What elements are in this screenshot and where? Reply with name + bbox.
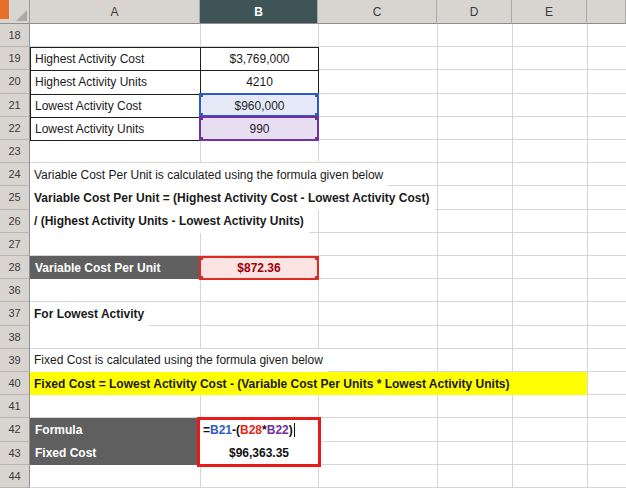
cell-b22-value[interactable]: 990 <box>201 118 319 141</box>
row-header-44[interactable]: 44 <box>0 465 30 488</box>
cell-a19-label[interactable]: Highest Activity Cost <box>31 48 201 71</box>
cell-b42-formula-input[interactable]: = B21 -( B28 * B22 ) <box>200 418 318 441</box>
cell-b21-value[interactable]: $960,000 <box>201 95 319 118</box>
formula-segment: -( <box>232 423 240 437</box>
cell-a28-label[interactable]: Variable Cost Per Unit <box>30 256 200 279</box>
text-cursor <box>294 423 295 437</box>
sheet-row-36 <box>30 279 626 302</box>
sheet-row-18 <box>30 24 626 47</box>
column-header-b[interactable]: B <box>200 0 318 24</box>
sheet-row-39: Fixed Cost is calculated using the formu… <box>30 349 626 372</box>
row-header-24[interactable]: 24 <box>0 163 30 186</box>
row-header-39[interactable]: 39 <box>0 349 30 372</box>
sheet-row-38 <box>30 326 626 349</box>
sheet-row-28: Variable Cost Per Unit $872.36 <box>30 256 626 279</box>
column-header-f[interactable] <box>587 0 626 24</box>
row-header-23[interactable]: 23 <box>0 140 30 163</box>
column-header-e[interactable]: E <box>512 0 587 24</box>
sheet-row-41 <box>30 395 626 418</box>
cell-b28-variable-cost[interactable]: $872.36 <box>200 256 318 279</box>
row-header-21[interactable]: 21 <box>0 94 30 117</box>
row-header-43[interactable]: 43 <box>0 442 30 465</box>
row-header-18[interactable]: 18 <box>0 24 30 47</box>
row-header-26[interactable]: 26 <box>0 210 30 233</box>
cell-a39-note[interactable]: Fixed Cost is calculated using the formu… <box>30 349 328 372</box>
sheet-row-27 <box>30 233 626 256</box>
cell-a37-heading[interactable]: For Lowest Activity <box>30 302 149 325</box>
cell-a21-label[interactable]: Lowest Activity Cost <box>31 95 201 118</box>
row-header-42[interactable]: 42 <box>0 418 30 441</box>
select-all-corner[interactable] <box>0 0 30 24</box>
select-all-triangle-icon <box>16 10 27 21</box>
sheet-row-42: Formula = B21 -( B28 * B22 ) <box>30 418 626 441</box>
cell-b19-value[interactable]: $3,769,000 <box>201 48 319 71</box>
row-header-40[interactable]: 40 <box>0 372 30 395</box>
row-header-22[interactable]: 22 <box>0 117 30 140</box>
cell-a42-label[interactable]: Formula <box>30 418 200 441</box>
column-header-d[interactable]: D <box>437 0 512 24</box>
sheet-row-40: Fixed Cost = Lowest Activity Cost - (Var… <box>30 372 626 395</box>
row-header-37[interactable]: 37 <box>0 302 30 325</box>
sheet-row-23 <box>30 140 626 163</box>
formula-segment-ref-b21: B21 <box>210 423 232 437</box>
column-header-a[interactable]: A <box>30 0 200 24</box>
row-header-41[interactable]: 41 <box>0 395 30 418</box>
cropped-artifact <box>0 0 9 19</box>
sheet-row-26: / (Highest Activity Units - Lowest Activ… <box>30 210 626 233</box>
activity-table: Highest Activity Cost $3,769,000 Highest… <box>30 47 319 141</box>
formula-segment: = <box>203 423 210 437</box>
sheet-row-37: For Lowest Activity <box>30 302 626 325</box>
formula-segment-ref-b22: B22 <box>267 423 289 437</box>
row-header-27[interactable]: 27 <box>0 233 30 256</box>
sheet-row-24: Variable Cost Per Unit is calculated usi… <box>30 163 626 186</box>
cell-a25-formula-text[interactable]: Variable Cost Per Unit = (Highest Activi… <box>30 186 435 209</box>
sheet-row-25: Variable Cost Per Unit = (Highest Activi… <box>30 186 626 209</box>
cell-a43-label[interactable]: Fixed Cost <box>30 442 200 465</box>
cell-b43-fixed-cost[interactable]: $96,363.35 <box>200 442 318 465</box>
column-header-c[interactable]: C <box>318 0 437 24</box>
cell-a20-label[interactable]: Highest Activity Units <box>31 71 201 94</box>
cell-b20-value[interactable]: 4210 <box>201 71 319 94</box>
formula-segment-ref-b28: B28 <box>240 423 262 437</box>
row-header-36[interactable]: 36 <box>0 279 30 302</box>
cell-a22-label[interactable]: Lowest Activity Units <box>31 118 201 141</box>
row-header-25[interactable]: 25 <box>0 186 30 209</box>
sheet-row-43: Fixed Cost $96,363.35 <box>30 442 626 465</box>
row-header-19[interactable]: 19 <box>0 47 30 70</box>
formula-segment: ) <box>289 423 293 437</box>
cell-a40-highlighted-formula[interactable]: Fixed Cost = Lowest Activity Cost - (Var… <box>30 372 587 395</box>
row-header-38[interactable]: 38 <box>0 326 30 349</box>
cell-a26-formula-text[interactable]: / (Highest Activity Units - Lowest Activ… <box>30 210 309 233</box>
cell-a24-note[interactable]: Variable Cost Per Unit is calculated usi… <box>30 163 388 186</box>
row-header-28[interactable]: 28 <box>0 256 30 279</box>
row-header-20[interactable]: 20 <box>0 70 30 93</box>
sheet-row-44 <box>30 465 626 488</box>
spreadsheet: A B C D E 18 19 20 21 22 23 24 25 26 27 … <box>0 0 626 488</box>
